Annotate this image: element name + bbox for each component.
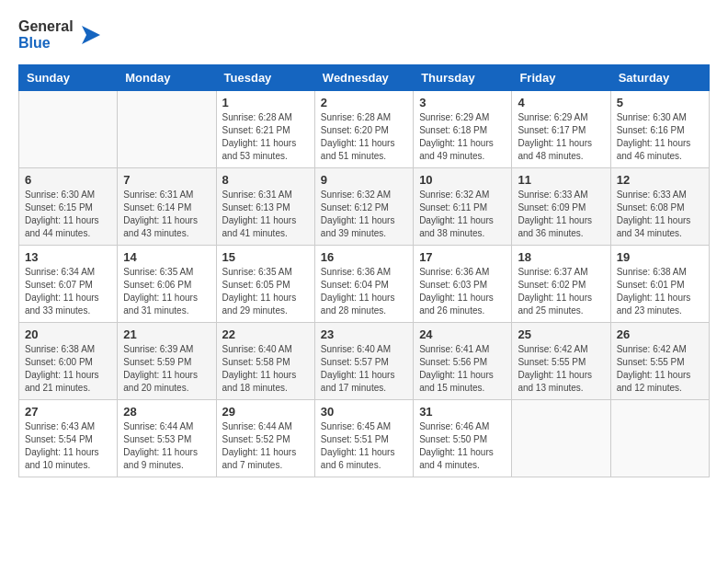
day-number: 17 [419,250,506,264]
calendar-cell: 2Sunrise: 6:28 AMSunset: 6:20 PMDaylight… [314,91,413,168]
day-number: 15 [222,250,309,264]
calendar-week-row: 6Sunrise: 6:30 AMSunset: 6:15 PMDaylight… [19,168,710,246]
day-number: 28 [123,405,210,419]
day-number: 19 [617,250,703,264]
calendar-cell: 16Sunrise: 6:36 AMSunset: 6:04 PMDayligh… [314,246,413,323]
day-info: Sunrise: 6:46 AMSunset: 5:50 PMDaylight:… [419,420,506,472]
calendar-cell: 11Sunrise: 6:33 AMSunset: 6:09 PMDayligh… [512,168,610,246]
logo: General Blue [18,18,105,51]
calendar-cell: 13Sunrise: 6:34 AMSunset: 6:07 PMDayligh… [19,246,118,323]
day-number: 12 [617,173,703,187]
day-number: 31 [419,405,506,419]
day-info: Sunrise: 6:42 AMSunset: 5:55 PMDaylight:… [518,343,604,395]
weekday-header-row: SundayMondayTuesdayWednesdayThursdayFrid… [19,65,710,91]
day-number: 5 [617,96,703,109]
day-info: Sunrise: 6:28 AMSunset: 6:21 PMDaylight:… [222,111,309,163]
calendar-cell: 15Sunrise: 6:35 AMSunset: 6:05 PMDayligh… [216,246,314,323]
logo-blue: Blue [18,35,74,52]
day-number: 10 [419,173,506,187]
calendar-cell: 12Sunrise: 6:33 AMSunset: 6:08 PMDayligh… [610,168,709,246]
day-number: 3 [419,96,506,109]
weekday-header-wednesday: Wednesday [314,65,413,91]
day-info: Sunrise: 6:37 AMSunset: 6:02 PMDaylight:… [518,266,604,317]
calendar-week-row: 1Sunrise: 6:28 AMSunset: 6:21 PMDaylight… [19,91,710,168]
day-number: 14 [123,250,210,264]
day-info: Sunrise: 6:33 AMSunset: 6:09 PMDaylight:… [518,189,604,240]
day-number: 23 [321,327,407,341]
calendar-cell: 7Sunrise: 6:31 AMSunset: 6:14 PMDaylight… [118,168,216,246]
day-number: 22 [222,327,309,341]
day-info: Sunrise: 6:36 AMSunset: 6:03 PMDaylight:… [419,266,506,317]
calendar-cell: 8Sunrise: 6:31 AMSunset: 6:13 PMDaylight… [216,168,314,246]
day-info: Sunrise: 6:33 AMSunset: 6:08 PMDaylight:… [617,189,703,240]
calendar-cell: 3Sunrise: 6:29 AMSunset: 6:18 PMDaylight… [414,91,512,168]
weekday-header-monday: Monday [118,65,216,91]
day-number: 2 [321,96,407,109]
day-number: 7 [123,173,210,187]
calendar-cell: 21Sunrise: 6:39 AMSunset: 5:59 PMDayligh… [118,323,216,400]
calendar-cell: 18Sunrise: 6:37 AMSunset: 6:02 PMDayligh… [512,246,610,323]
calendar-cell: 4Sunrise: 6:29 AMSunset: 6:17 PMDaylight… [512,91,610,168]
calendar-week-row: 20Sunrise: 6:38 AMSunset: 6:00 PMDayligh… [19,323,710,400]
day-info: Sunrise: 6:34 AMSunset: 6:07 PMDaylight:… [25,266,111,317]
svg-marker-0 [82,26,100,44]
day-number: 6 [25,173,111,187]
day-number: 8 [222,173,309,187]
calendar-table: SundayMondayTuesdayWednesdayThursdayFrid… [18,64,710,477]
weekday-header-thursday: Thursday [414,65,512,91]
day-number: 13 [25,250,111,264]
day-info: Sunrise: 6:31 AMSunset: 6:14 PMDaylight:… [123,189,210,240]
calendar-cell: 27Sunrise: 6:43 AMSunset: 5:54 PMDayligh… [19,400,118,477]
day-number: 21 [123,327,210,341]
logo-arrow-icon [77,21,105,49]
day-number: 20 [25,327,111,341]
calendar-cell [118,91,216,168]
day-number: 18 [518,250,604,264]
day-info: Sunrise: 6:32 AMSunset: 6:11 PMDaylight:… [419,189,506,240]
calendar-week-row: 13Sunrise: 6:34 AMSunset: 6:07 PMDayligh… [19,246,710,323]
calendar-cell: 5Sunrise: 6:30 AMSunset: 6:16 PMDaylight… [610,91,709,168]
calendar-cell: 1Sunrise: 6:28 AMSunset: 6:21 PMDaylight… [216,91,314,168]
day-info: Sunrise: 6:42 AMSunset: 5:55 PMDaylight:… [617,343,703,395]
day-info: Sunrise: 6:35 AMSunset: 6:06 PMDaylight:… [123,266,210,317]
calendar-cell: 28Sunrise: 6:44 AMSunset: 5:53 PMDayligh… [118,400,216,477]
calendar-cell: 26Sunrise: 6:42 AMSunset: 5:55 PMDayligh… [610,323,709,400]
day-info: Sunrise: 6:36 AMSunset: 6:04 PMDaylight:… [321,266,407,317]
calendar-cell [19,91,118,168]
calendar-cell: 25Sunrise: 6:42 AMSunset: 5:55 PMDayligh… [512,323,610,400]
calendar-cell [512,400,610,477]
day-info: Sunrise: 6:44 AMSunset: 5:52 PMDaylight:… [222,420,309,472]
day-info: Sunrise: 6:35 AMSunset: 6:05 PMDaylight:… [222,266,309,317]
calendar-cell: 31Sunrise: 6:46 AMSunset: 5:50 PMDayligh… [414,400,512,477]
day-info: Sunrise: 6:32 AMSunset: 6:12 PMDaylight:… [321,189,407,240]
logo-general: General [18,18,74,35]
day-number: 1 [222,96,309,109]
day-info: Sunrise: 6:30 AMSunset: 6:16 PMDaylight:… [617,111,703,163]
day-number: 24 [419,327,506,341]
day-info: Sunrise: 6:40 AMSunset: 5:58 PMDaylight:… [222,343,309,395]
weekday-header-friday: Friday [512,65,610,91]
day-number: 4 [518,96,604,109]
day-info: Sunrise: 6:28 AMSunset: 6:20 PMDaylight:… [321,111,407,163]
day-info: Sunrise: 6:30 AMSunset: 6:15 PMDaylight:… [25,189,111,240]
day-info: Sunrise: 6:38 AMSunset: 6:01 PMDaylight:… [617,266,703,317]
calendar-cell: 22Sunrise: 6:40 AMSunset: 5:58 PMDayligh… [216,323,314,400]
day-number: 29 [222,405,309,419]
calendar-cell: 9Sunrise: 6:32 AMSunset: 6:12 PMDaylight… [314,168,413,246]
day-info: Sunrise: 6:38 AMSunset: 6:00 PMDaylight:… [25,343,111,395]
day-number: 26 [617,327,703,341]
calendar-cell: 30Sunrise: 6:45 AMSunset: 5:51 PMDayligh… [314,400,413,477]
day-info: Sunrise: 6:29 AMSunset: 6:17 PMDaylight:… [518,111,604,163]
day-number: 27 [25,405,111,419]
day-info: Sunrise: 6:29 AMSunset: 6:18 PMDaylight:… [419,111,506,163]
calendar-cell: 23Sunrise: 6:40 AMSunset: 5:57 PMDayligh… [314,323,413,400]
day-info: Sunrise: 6:43 AMSunset: 5:54 PMDaylight:… [25,420,111,472]
page-header: General Blue [18,18,710,51]
day-info: Sunrise: 6:44 AMSunset: 5:53 PMDaylight:… [123,420,210,472]
day-info: Sunrise: 6:39 AMSunset: 5:59 PMDaylight:… [123,343,210,395]
calendar-cell: 24Sunrise: 6:41 AMSunset: 5:56 PMDayligh… [414,323,512,400]
weekday-header-tuesday: Tuesday [216,65,314,91]
day-info: Sunrise: 6:40 AMSunset: 5:57 PMDaylight:… [321,343,407,395]
calendar-cell: 29Sunrise: 6:44 AMSunset: 5:52 PMDayligh… [216,400,314,477]
day-number: 30 [321,405,407,419]
